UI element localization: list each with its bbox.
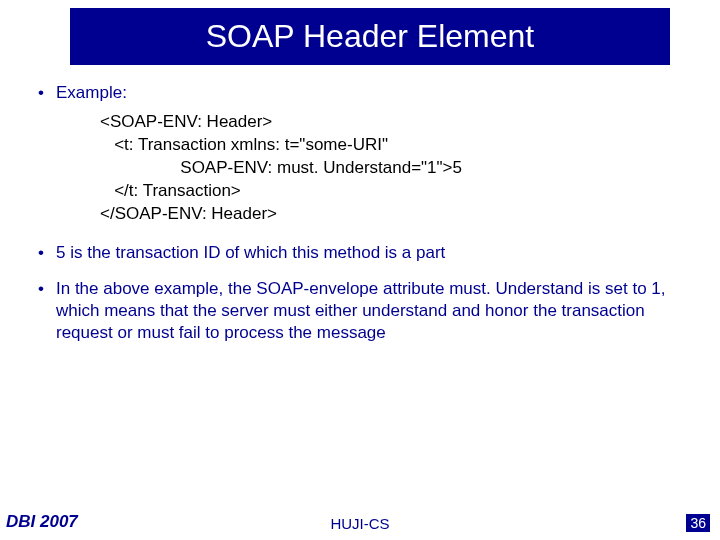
code-line-1: <SOAP-ENV: Header>	[100, 111, 690, 134]
bullet-mark: •	[38, 83, 56, 103]
bullet-must-understand: •In the above example, the SOAP-envelope…	[38, 278, 690, 344]
code-block: <SOAP-ENV: Header> <t: Transaction xmlns…	[100, 111, 690, 226]
bullet-example: •Example:	[38, 83, 690, 103]
footer-center: HUJI-CS	[0, 515, 720, 532]
code-line-2: <t: Transaction xmlns: t="some-URI"	[100, 134, 690, 157]
code-line-5: </SOAP-ENV: Header>	[100, 203, 690, 226]
bullet-mark: •	[38, 242, 56, 264]
bullet-transaction-id: •5 is the transaction ID of which this m…	[38, 242, 690, 264]
bullet-transaction-id-text: 5 is the transaction ID of which this me…	[56, 242, 686, 264]
bullet-mark: •	[38, 278, 56, 300]
page-number: 36	[686, 514, 710, 532]
slide-body: •Example: <SOAP-ENV: Header> <t: Transac…	[0, 83, 720, 344]
bullet-must-understand-text: In the above example, the SOAP-envelope …	[56, 278, 686, 344]
code-line-4: </t: Transaction>	[100, 180, 690, 203]
code-line-3: SOAP-ENV: must. Understand="1">5	[100, 157, 690, 180]
slide-title: SOAP Header Element	[70, 8, 670, 65]
bullet-example-text: Example:	[56, 83, 127, 102]
